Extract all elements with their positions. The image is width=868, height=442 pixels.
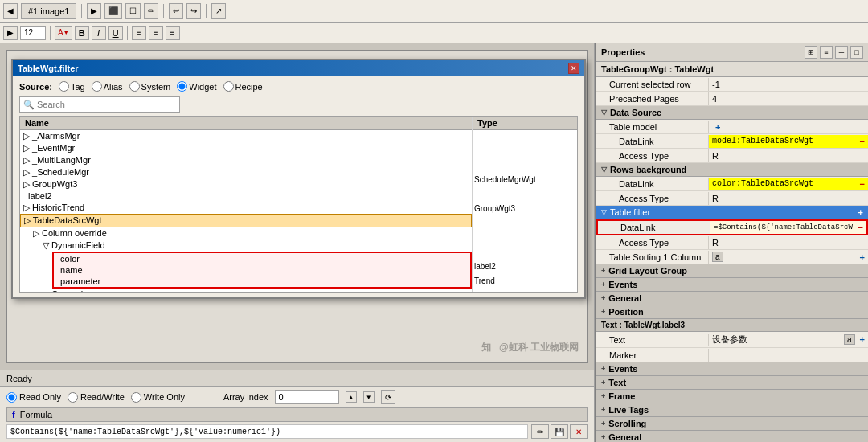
tree-item-tabledatasrcwgt[interactable]: ▷ TableDataSrcWgt xyxy=(20,214,472,227)
sorting-a-btn[interactable]: a xyxy=(712,252,723,262)
section-position-1[interactable]: + Position xyxy=(596,305,868,319)
array-up-btn[interactable]: ▲ xyxy=(346,391,357,403)
tree-item-general[interactable]: ▷ General xyxy=(20,289,472,292)
search-input[interactable] xyxy=(37,100,176,109)
dialog-title: TableWgt.filter xyxy=(18,63,79,73)
section-data-source[interactable]: ▽ Data Source xyxy=(596,106,868,120)
table-filter-plus[interactable]: + xyxy=(858,207,863,217)
section-table-filter[interactable]: ▽ Table filter + xyxy=(596,206,868,219)
radio-alias[interactable]: Alias xyxy=(92,81,123,92)
prop-value-datalink-model[interactable]: model:TableDataSrcWgt − xyxy=(709,135,868,148)
prop-value-datalink-color[interactable]: color:TableDataSrcWgt − xyxy=(709,178,868,190)
section-rows-background[interactable]: ▽ Rows background xyxy=(596,163,868,177)
radio-widget-input[interactable] xyxy=(177,81,187,92)
radio-recipe-input[interactable] xyxy=(223,81,234,92)
toolbar-btn-undo[interactable]: ↩ xyxy=(169,3,183,19)
formula-input[interactable] xyxy=(6,424,528,439)
section-events-2[interactable]: + Events xyxy=(596,362,868,376)
radio-readwrite[interactable]: Read/Write xyxy=(68,392,125,403)
align-center-btn[interactable]: ≡ xyxy=(149,26,163,40)
font-size-input[interactable] xyxy=(20,26,46,40)
datalink-color-minus[interactable]: − xyxy=(860,179,865,189)
section-general-1[interactable]: + General xyxy=(596,292,868,305)
radio-tag-input[interactable] xyxy=(59,81,69,92)
toolbar-btn-run[interactable]: ▶ xyxy=(87,3,101,19)
array-reset-btn[interactable]: ⟳ xyxy=(381,390,395,404)
radio-tag[interactable]: Tag xyxy=(59,81,85,92)
section-grid-layout[interactable]: + Grid Layout Group xyxy=(596,264,868,278)
panel-icon-btn-2[interactable]: ≡ xyxy=(820,46,833,59)
prop-value-datalink-filter[interactable]: =$Contains(${'name:TableDataSrcW − xyxy=(710,221,866,234)
align-left-btn[interactable]: ≡ xyxy=(132,26,146,40)
panel-icon-btn-1[interactable]: ⊞ xyxy=(805,46,817,59)
bold-btn[interactable]: B xyxy=(75,26,89,40)
radio-readonly[interactable]: Read Only xyxy=(6,392,61,403)
tree-item-parameter[interactable]: parameter xyxy=(54,276,470,287)
prop-value-marker[interactable] xyxy=(709,354,868,357)
tree-item-eventmgr[interactable]: ▷ _EventMgr xyxy=(20,142,472,154)
array-down-btn[interactable]: ▼ xyxy=(363,391,375,403)
tree-item-label2[interactable]: label2 xyxy=(20,190,472,202)
tree-item-color[interactable]: color xyxy=(54,253,470,264)
section-frame[interactable]: + Frame xyxy=(596,390,868,403)
section-scrolling[interactable]: + Scrolling xyxy=(596,417,868,431)
formula-clear-btn[interactable]: ✕ xyxy=(570,424,588,439)
toolbar-btn-arrow[interactable]: ↗ xyxy=(211,3,226,19)
section-events-1[interactable]: + Events xyxy=(596,278,868,292)
radio-writeonly[interactable]: Write Only xyxy=(131,392,185,403)
prop-label-access-1: Access Type xyxy=(596,149,709,162)
tree-item-schedulemgr[interactable]: ▷ _ScheduleMgr xyxy=(20,166,472,178)
radio-widget[interactable]: Widget xyxy=(177,81,216,92)
tab-label[interactable]: #1 image1 xyxy=(21,3,76,19)
toolbar-btn-edit[interactable]: ✏ xyxy=(144,3,158,19)
radio-writeonly-input[interactable] xyxy=(131,392,141,403)
radio-readonly-input[interactable] xyxy=(6,392,17,403)
prop-value-access-3[interactable]: R xyxy=(709,236,868,249)
toolbar-btn-redo[interactable]: ↪ xyxy=(186,3,201,19)
italic-btn[interactable]: I xyxy=(92,26,106,40)
underline-btn[interactable]: U xyxy=(108,26,123,40)
toolbar-btn-back[interactable]: ◀ xyxy=(3,3,18,19)
panel-maximize-btn[interactable]: □ xyxy=(850,46,863,59)
radio-readwrite-input[interactable] xyxy=(68,392,78,403)
toolbar-btn-new[interactable]: ☐ xyxy=(125,3,141,19)
toolbar-btn-stop[interactable]: ⬛ xyxy=(104,3,122,19)
tree-item-name[interactable]: name xyxy=(54,264,470,276)
general-1-label: General xyxy=(608,293,641,303)
array-index-input[interactable] xyxy=(275,390,339,404)
formula-save-btn[interactable]: 💾 xyxy=(551,424,568,439)
sorting-plus[interactable]: + xyxy=(860,252,865,262)
text-a-btn[interactable]: a xyxy=(844,334,855,345)
tree-item-alarmsmgr[interactable]: ▷ _AlarmsMgr xyxy=(20,130,472,142)
tree-item-column-override[interactable]: ▷ Column override xyxy=(20,227,472,239)
dialog-close-btn[interactable]: ✕ xyxy=(568,63,579,74)
tree-item-dynamicfield[interactable]: ▽ DynamicField xyxy=(20,239,472,252)
tree-item-groupwgt3[interactable]: ▷ GroupWgt3 xyxy=(20,178,472,190)
section-live-tags[interactable]: + Live Tags xyxy=(596,403,868,417)
datalink-model-minus[interactable]: − xyxy=(860,137,865,146)
text-plus[interactable]: + xyxy=(860,334,865,345)
radio-system-input[interactable] xyxy=(129,81,140,92)
radio-system[interactable]: System xyxy=(129,81,171,92)
radio-alias-input[interactable] xyxy=(92,81,102,92)
align-right-btn[interactable]: ≡ xyxy=(166,26,180,40)
prop-table-sorting: Table Sorting 1 Column a + xyxy=(596,250,868,264)
toolbar-btn-run2[interactable]: ▶ xyxy=(3,26,18,40)
section-general-2[interactable]: + General xyxy=(596,431,868,442)
prop-value-access-2[interactable]: R xyxy=(709,192,868,205)
prop-value-text-label3[interactable]: 设备参数 a + xyxy=(709,332,868,347)
tree-item-historictrend[interactable]: ▷ HistoricTrend xyxy=(20,202,472,214)
table-model-plus[interactable]: + xyxy=(715,122,720,132)
datalink-filter-minus[interactable]: − xyxy=(858,223,863,232)
properties-title: Properties xyxy=(601,47,645,57)
font-color-btn[interactable]: A▼ xyxy=(55,26,72,40)
tree-item-multilangmgr[interactable]: ▷ _MultiLangMgr xyxy=(20,154,472,166)
prop-value-precached[interactable]: 4 xyxy=(709,92,868,105)
prop-value-sorting[interactable]: a + xyxy=(709,250,868,264)
prop-value-current-row[interactable]: -1 xyxy=(709,78,868,91)
formula-edit-btn[interactable]: ✏ xyxy=(531,424,549,439)
panel-minimize-btn[interactable]: ─ xyxy=(835,46,848,59)
prop-value-access-1[interactable]: R xyxy=(709,149,868,162)
section-text[interactable]: + Text xyxy=(596,376,868,390)
radio-recipe[interactable]: Recipe xyxy=(223,81,263,92)
